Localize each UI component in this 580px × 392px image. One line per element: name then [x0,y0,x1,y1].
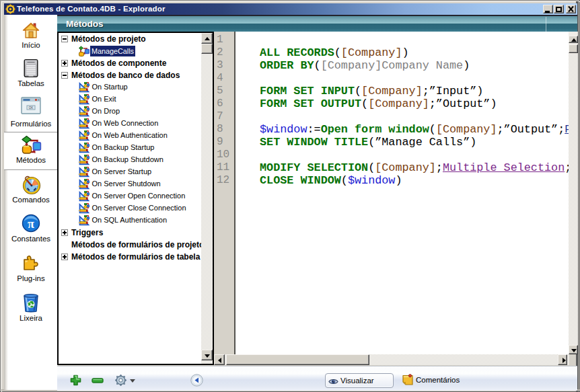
svg-text:π: π [28,217,34,231]
svg-text:OK: OK [29,106,34,110]
